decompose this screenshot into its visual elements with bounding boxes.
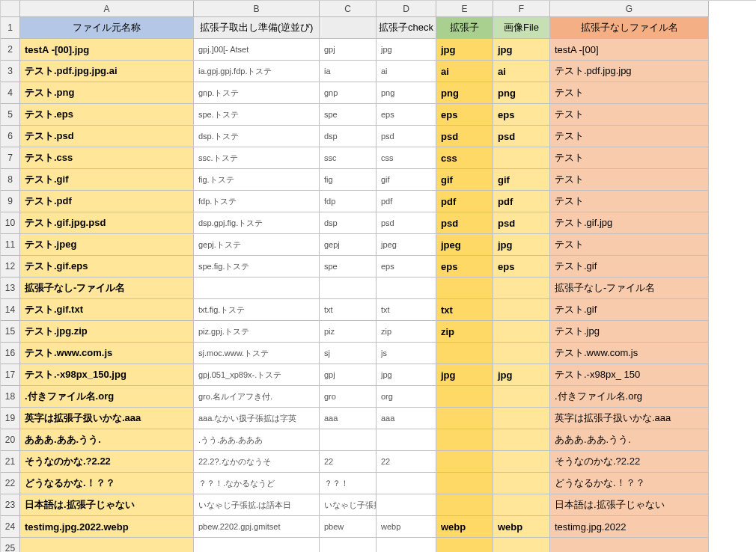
cell-B18[interactable]: gro.名ルイアフき付. bbox=[194, 386, 320, 408]
cell-E12[interactable]: eps bbox=[436, 256, 493, 277]
cell-C19[interactable]: aaa bbox=[320, 408, 377, 429]
cell-F22[interactable] bbox=[493, 473, 550, 494]
cell-C16[interactable]: sj bbox=[320, 343, 377, 364]
cell-G24[interactable]: testimg.jpg.2022 bbox=[550, 516, 709, 538]
cell-B7[interactable]: ssc.トステ bbox=[194, 147, 320, 169]
header-cell-G[interactable]: 拡張子なしファイル名 bbox=[550, 17, 709, 39]
cell-A24[interactable]: testimg.jpg.2022.webp bbox=[20, 516, 194, 538]
row-header-5[interactable]: 5 bbox=[1, 104, 20, 126]
cell-F4[interactable]: png bbox=[493, 82, 550, 104]
cell-B6[interactable]: dsp.トステ bbox=[194, 126, 320, 147]
column-header-F[interactable]: F bbox=[493, 1, 550, 17]
cell-E2[interactable]: jpg bbox=[436, 39, 493, 61]
cell-C9[interactable]: fdp bbox=[320, 191, 377, 212]
row-header-7[interactable]: 7 bbox=[1, 147, 20, 169]
cell-G5[interactable]: テスト bbox=[550, 104, 709, 126]
cell-B3[interactable]: ia.gpj.gpj.fdp.トステ bbox=[194, 61, 320, 82]
cell-F20[interactable] bbox=[493, 429, 550, 451]
cell-D2[interactable]: jpg bbox=[377, 39, 436, 61]
cell-D6[interactable]: psd bbox=[377, 126, 436, 147]
cell-G13[interactable]: 拡張子なし-ファイル名 bbox=[550, 277, 709, 299]
cell-B2[interactable]: gpj.]00[- Atset bbox=[194, 39, 320, 61]
header-cell-B[interactable]: 拡張子取出し準備(逆並び) bbox=[194, 17, 320, 39]
cell-B14[interactable]: txt.fig.トステ bbox=[194, 299, 320, 321]
row-header-2[interactable]: 2 bbox=[1, 39, 20, 61]
cell-A9[interactable]: テスト.pdf bbox=[20, 191, 194, 212]
cell-C13[interactable] bbox=[320, 277, 377, 299]
cell-E7[interactable]: css bbox=[436, 147, 493, 169]
cell-F15[interactable] bbox=[493, 321, 550, 343]
cell-E22[interactable] bbox=[436, 473, 493, 494]
cell-F10[interactable]: psd bbox=[493, 212, 550, 234]
cell-B12[interactable]: spe.fig.トステ bbox=[194, 256, 320, 277]
row-header-24[interactable]: 24 bbox=[1, 516, 20, 538]
cell-E25[interactable] bbox=[436, 538, 493, 552]
cell-C7[interactable]: ssc bbox=[320, 147, 377, 169]
cell-A10[interactable]: テスト.gif.jpg.psd bbox=[20, 212, 194, 234]
row-header-4[interactable]: 4 bbox=[1, 82, 20, 104]
header-cell-C[interactable] bbox=[320, 17, 377, 39]
cell-E15[interactable]: zip bbox=[436, 321, 493, 343]
cell-F9[interactable]: pdf bbox=[493, 191, 550, 212]
cell-D4[interactable]: png bbox=[377, 82, 436, 104]
cell-A6[interactable]: テスト.psd bbox=[20, 126, 194, 147]
cell-B9[interactable]: fdp.トステ bbox=[194, 191, 320, 212]
row-header-22[interactable]: 22 bbox=[1, 473, 20, 494]
cell-A18[interactable]: .付きファイル名.org bbox=[20, 386, 194, 408]
select-all-corner[interactable] bbox=[1, 1, 20, 17]
cell-F7[interactable] bbox=[493, 147, 550, 169]
cell-D18[interactable]: org bbox=[377, 386, 436, 408]
cell-E21[interactable] bbox=[436, 451, 493, 473]
cell-B10[interactable]: dsp.gpj.fig.トステ bbox=[194, 212, 320, 234]
cell-F24[interactable]: webp bbox=[493, 516, 550, 538]
cell-C6[interactable]: dsp bbox=[320, 126, 377, 147]
cell-D13[interactable] bbox=[377, 277, 436, 299]
row-header-10[interactable]: 10 bbox=[1, 212, 20, 234]
cell-E16[interactable] bbox=[436, 343, 493, 364]
cell-D22[interactable] bbox=[377, 473, 436, 494]
row-header-3[interactable]: 3 bbox=[1, 61, 20, 82]
cell-B20[interactable]: .うう.ああ.あああ bbox=[194, 429, 320, 451]
cell-G20[interactable]: あああ.ああ.うう. bbox=[550, 429, 709, 451]
column-header-A[interactable]: A bbox=[20, 1, 194, 17]
cell-D8[interactable]: gif bbox=[377, 169, 436, 191]
cell-G6[interactable]: テスト bbox=[550, 126, 709, 147]
cell-A21[interactable]: そうなのかな.?2.22 bbox=[20, 451, 194, 473]
cell-A5[interactable]: テスト.eps bbox=[20, 104, 194, 126]
cell-C3[interactable]: ia bbox=[320, 61, 377, 82]
cell-B21[interactable]: 22.2?.なかのなうそ bbox=[194, 451, 320, 473]
cell-C12[interactable]: spe bbox=[320, 256, 377, 277]
cell-F12[interactable]: eps bbox=[493, 256, 550, 277]
cell-F19[interactable] bbox=[493, 408, 550, 429]
column-header-G[interactable]: G bbox=[550, 1, 709, 17]
cell-B23[interactable]: いなゃじ子張拡.は語本日 bbox=[194, 494, 320, 516]
cell-A14[interactable]: テスト.gif.txt bbox=[20, 299, 194, 321]
cell-A16[interactable]: テスト.www.com.js bbox=[20, 343, 194, 364]
cell-D17[interactable]: jpg bbox=[377, 364, 436, 386]
cell-G23[interactable]: 日本語は.拡張子じゃない bbox=[550, 494, 709, 516]
cell-G11[interactable]: テスト bbox=[550, 234, 709, 256]
cell-A3[interactable]: テスト.pdf.jpg.jpg.ai bbox=[20, 61, 194, 82]
cell-G9[interactable]: テスト bbox=[550, 191, 709, 212]
cell-F17[interactable]: jpg bbox=[493, 364, 550, 386]
cell-E20[interactable] bbox=[436, 429, 493, 451]
cell-B25[interactable] bbox=[194, 538, 320, 552]
cell-D19[interactable]: aaa bbox=[377, 408, 436, 429]
cell-G12[interactable]: テスト.gif bbox=[550, 256, 709, 277]
cell-A23[interactable]: 日本語は.拡張子じゃない bbox=[20, 494, 194, 516]
cell-A19[interactable]: 英字は拡張子扱いかな.aaa bbox=[20, 408, 194, 429]
cell-B16[interactable]: sj.moc.www.トステ bbox=[194, 343, 320, 364]
cell-D21[interactable]: 22 bbox=[377, 451, 436, 473]
cell-C21[interactable]: 22 bbox=[320, 451, 377, 473]
cell-A22[interactable]: どうなるかな.！？？ bbox=[20, 473, 194, 494]
row-header-17[interactable]: 17 bbox=[1, 364, 20, 386]
cell-E23[interactable] bbox=[436, 494, 493, 516]
cell-F3[interactable]: ai bbox=[493, 61, 550, 82]
cell-F5[interactable]: eps bbox=[493, 104, 550, 126]
cell-C18[interactable]: gro bbox=[320, 386, 377, 408]
cell-B15[interactable]: piz.gpj.トステ bbox=[194, 321, 320, 343]
cell-G22[interactable]: どうなるかな.！？？ bbox=[550, 473, 709, 494]
cell-B13[interactable] bbox=[194, 277, 320, 299]
row-header-16[interactable]: 16 bbox=[1, 343, 20, 364]
cell-F18[interactable] bbox=[493, 386, 550, 408]
